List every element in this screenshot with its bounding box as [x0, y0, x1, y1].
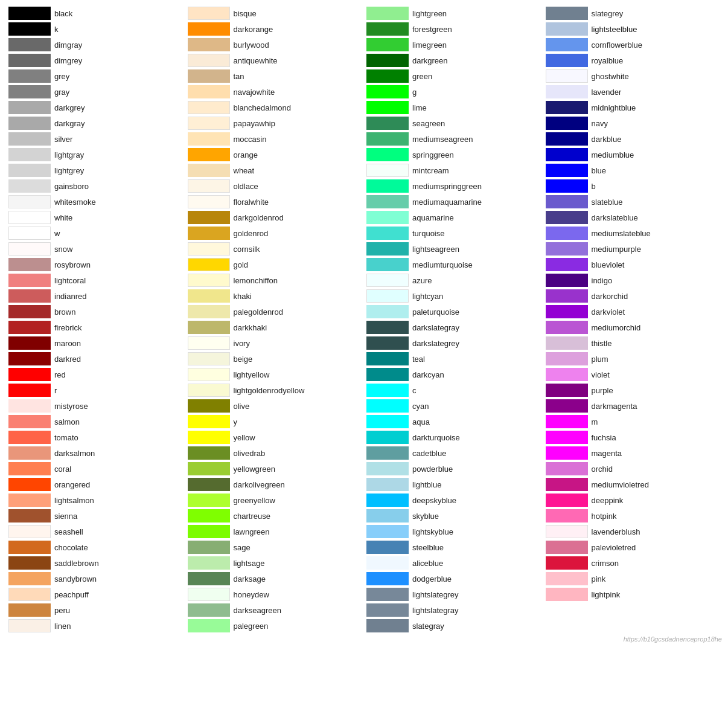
color-name-label: midnightblue — [592, 103, 636, 112]
color-name-label: orange — [234, 150, 258, 159]
color-item: chocolate — [6, 540, 185, 555]
color-swatch — [366, 69, 409, 83]
color-swatch — [188, 7, 230, 20]
color-name-label: chartreuse — [234, 512, 270, 521]
color-item: salmon — [6, 414, 185, 429]
color-item: lightgray — [6, 147, 185, 162]
color-name-label: violet — [592, 370, 610, 379]
color-name-label: darkslategray — [412, 323, 459, 332]
color-swatch — [546, 399, 588, 413]
color-name-label: darkgreen — [412, 56, 448, 65]
color-name-label: lavender — [592, 88, 622, 97]
color-item: orange — [185, 147, 365, 162]
color-name-label: lightslategray — [412, 606, 459, 615]
color-name-label: dimgray — [54, 40, 82, 50]
color-swatch — [188, 227, 230, 240]
color-item: skyblue — [364, 509, 543, 523]
color-swatch — [8, 101, 51, 114]
color-item: springgreen — [364, 147, 543, 162]
color-swatch — [366, 588, 409, 601]
color-name-label: cornflowerblue — [592, 40, 643, 50]
color-name-label: lightsalmon — [54, 496, 94, 505]
color-swatch — [546, 85, 588, 98]
color-name-label: gold — [234, 260, 249, 269]
color-swatch — [188, 242, 230, 256]
color-item: blueviolet — [543, 257, 723, 272]
color-name-label: azure — [412, 276, 432, 285]
color-item: magenta — [543, 446, 723, 460]
color-name-label: g — [412, 88, 417, 97]
color-item: deepskyblue — [364, 493, 543, 507]
color-item: greenyellow — [185, 493, 365, 507]
color-swatch — [366, 7, 409, 20]
color-name-label: r — [54, 386, 57, 395]
color-item: lemonchiffon — [185, 273, 365, 288]
color-item: olive — [185, 399, 365, 413]
color-item: darkviolet — [543, 304, 723, 319]
color-item: maroon — [6, 336, 185, 350]
color-name-label: lightgrey — [54, 166, 84, 175]
color-item: darkgreen — [364, 53, 543, 68]
color-swatch — [546, 54, 588, 67]
color-item: gold — [185, 257, 365, 272]
color-item: lightslategray — [364, 603, 543, 617]
color-swatch — [546, 384, 588, 397]
color-swatch — [188, 588, 230, 601]
color-swatch — [366, 148, 409, 161]
color-swatch — [366, 619, 409, 632]
color-name-label: salmon — [54, 417, 80, 426]
color-item: lightsalmon — [6, 493, 185, 507]
color-name-label: seagreen — [412, 119, 445, 128]
color-name-label: black — [54, 9, 72, 18]
color-item: lightsage — [185, 556, 365, 570]
color-name-label: aliceblue — [412, 559, 443, 568]
color-name-label: mediumspringgreen — [412, 182, 482, 191]
color-name-label: oldlace — [234, 182, 258, 191]
color-swatch — [8, 289, 51, 303]
color-item: dimgray — [6, 37, 185, 52]
color-name-label: olivedrab — [234, 449, 266, 458]
color-name-label: m — [592, 417, 598, 426]
color-name-label: snow — [54, 245, 72, 254]
color-item: lightslategrey — [364, 587, 543, 602]
color-swatch — [546, 446, 588, 460]
color-swatch — [546, 179, 588, 193]
color-swatch — [8, 494, 51, 507]
color-item: mediumspringgreen — [364, 179, 543, 193]
color-swatch — [188, 132, 230, 146]
color-swatch — [188, 384, 230, 397]
color-name-label: orchid — [592, 465, 613, 474]
color-name-label: b — [592, 182, 596, 191]
color-item: mintcream — [364, 163, 543, 178]
color-name-label: slateblue — [592, 198, 623, 207]
color-item: darkorange — [185, 22, 365, 36]
color-item: cadetblue — [364, 446, 543, 460]
color-swatch — [366, 289, 409, 303]
color-name-label: darkkhaki — [234, 323, 267, 332]
color-swatch — [188, 289, 230, 303]
color-swatch — [8, 227, 51, 240]
color-swatch — [188, 54, 230, 67]
color-item: saddlebrown — [6, 556, 185, 570]
color-swatch — [188, 321, 230, 334]
color-swatch — [8, 368, 51, 381]
color-item: orangered — [6, 477, 185, 492]
color-swatch — [8, 211, 51, 224]
color-item: pink — [543, 571, 723, 586]
color-swatch — [188, 462, 230, 475]
color-item: darkslateblue — [543, 210, 723, 225]
color-name-label: crimson — [592, 559, 619, 568]
color-swatch — [366, 227, 409, 240]
color-name-label: burlywood — [234, 40, 269, 50]
color-name-label: honeydew — [234, 590, 269, 599]
color-swatch — [366, 415, 409, 428]
color-item: sage — [185, 540, 365, 555]
color-item: palevioletred — [543, 540, 723, 555]
color-name-label: yellowgreen — [234, 465, 275, 474]
color-item: yellowgreen — [185, 461, 365, 476]
color-name-label: mediumvioletred — [592, 480, 649, 489]
color-item: midnightblue — [543, 100, 723, 115]
color-swatch — [366, 211, 409, 224]
color-swatch — [366, 603, 409, 617]
color-swatch — [546, 556, 588, 570]
